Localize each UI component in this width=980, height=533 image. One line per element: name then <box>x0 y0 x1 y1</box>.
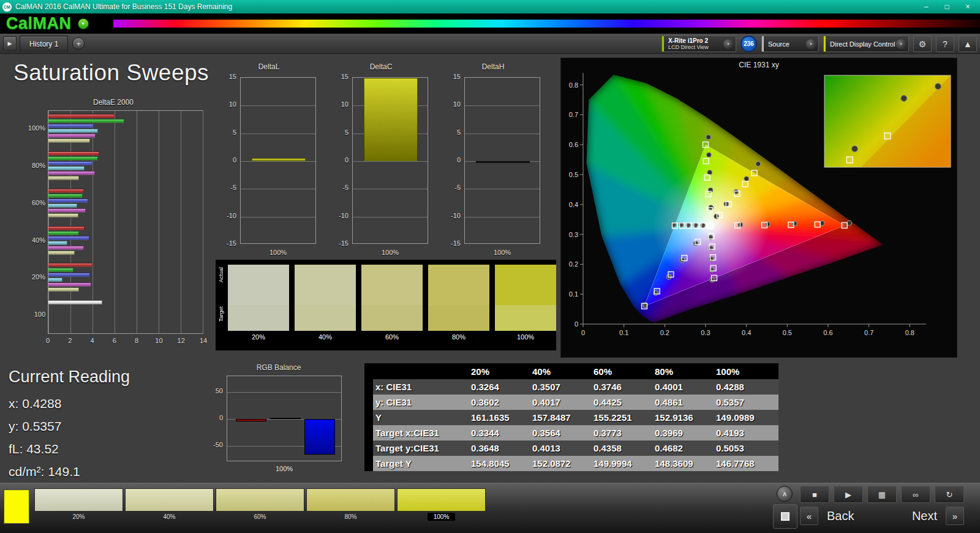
collapse-up-button[interactable]: ∧ <box>777 486 793 502</box>
y-tick-label: -15 <box>326 240 349 247</box>
deltal-plot-area <box>240 77 316 244</box>
table-row: y: CIE310.36020.40170.44250.48610.5357 <box>364 395 778 410</box>
table-cell: 149.9994 <box>591 458 652 469</box>
chevron-down-icon[interactable]: ▼ <box>723 39 733 49</box>
y-tick-label: -5 <box>214 184 236 191</box>
bottom-bar: 20%40%60%80%100% ∧ ■▶▦∞↻ « Back Next » <box>0 483 980 533</box>
add-tab-button[interactable]: + <box>72 37 85 50</box>
chevron-down-icon[interactable]: ▼ <box>806 39 816 49</box>
patch-window-button[interactable] <box>773 504 797 529</box>
bar-blue <box>48 273 90 277</box>
value-bar <box>364 78 418 161</box>
table-cell: 0.3507 <box>530 382 591 392</box>
saturation-swatch-strip: 20%40%60%80%100% <box>34 488 486 520</box>
table-cell: 149.0989 <box>714 412 775 423</box>
maximize-button[interactable]: □ <box>937 1 957 12</box>
target-row-label: Target <box>218 306 224 322</box>
swatch-label: 80% <box>306 512 395 520</box>
collapse-panel-button[interactable]: ▲ <box>959 36 977 52</box>
actual-swatch <box>428 265 489 305</box>
back-button[interactable]: Back <box>827 509 854 523</box>
loop-button[interactable]: ∞ <box>901 486 930 503</box>
bar-blue <box>48 198 88 203</box>
y-tick-label: 10 <box>214 100 236 108</box>
saturation-swatch[interactable]: 40% <box>125 488 214 520</box>
logo-dropdown-icon[interactable]: ▼ <box>78 18 89 29</box>
bar-cyan <box>48 241 67 245</box>
next-chevron-button[interactable]: » <box>946 507 964 525</box>
tab-history-1[interactable]: History 1 <box>20 36 68 52</box>
target-point <box>712 275 717 281</box>
table-cell: 0.3773 <box>591 428 652 438</box>
saturation-swatch[interactable]: 100% <box>397 488 486 520</box>
swatch-color <box>216 488 304 512</box>
swatch-item: 80% <box>428 265 489 341</box>
tab-nav-button[interactable]: ▶ <box>3 36 17 51</box>
y-category-label: 100% <box>18 124 45 132</box>
table-row: Target x:CIE310.33440.35640.37730.39690.… <box>364 425 778 440</box>
cie-zoom-inset <box>824 75 951 167</box>
target-point <box>742 181 748 187</box>
rgb-chart-title: RGB Balance <box>202 363 355 374</box>
svg-text:0.2: 0.2 <box>660 329 669 336</box>
refresh-button[interactable]: ↻ <box>935 486 964 503</box>
cie-chart-title: CIE 1931 xy <box>561 58 957 69</box>
play-button[interactable]: ▶ <box>834 486 863 503</box>
display-control-dropdown[interactable]: Direct Display Control ▼ <box>823 36 909 52</box>
page-title: Saturation Sweeps <box>13 60 209 86</box>
stop-button[interactable]: ■ <box>800 486 829 503</box>
saturation-swatch[interactable]: 80% <box>306 488 395 520</box>
swatch-color <box>306 488 395 512</box>
target-swatch <box>295 305 356 331</box>
y-tick-label: 5 <box>326 129 349 136</box>
close-button[interactable]: × <box>958 1 978 12</box>
table-header-cell: 80% <box>652 366 714 377</box>
bar-yellow <box>48 176 79 180</box>
next-button[interactable]: Next <box>912 509 937 523</box>
swatch-label-text: 20% <box>72 513 85 520</box>
table-cell: 0.5053 <box>714 443 775 453</box>
table-cell: 161.1635 <box>469 412 530 423</box>
help-button[interactable]: ? <box>936 36 954 52</box>
source-dropdown[interactable]: Source ▼ <box>761 36 819 52</box>
source-label: Source <box>768 40 804 48</box>
table-cell: 0.5357 <box>714 397 775 407</box>
tab-bar: ▶ History 1 + X-Rite i1Pro 2 LCD Direct … <box>0 34 980 54</box>
save-button[interactable]: ▦ <box>867 486 897 503</box>
swatch-label: 40% <box>125 512 214 520</box>
measured-point <box>706 135 711 140</box>
bar-green <box>48 119 124 123</box>
minimize-button[interactable]: – <box>916 1 936 12</box>
measured-point <box>744 176 749 181</box>
results-table: 20%40%60%80%100%x: CIE310.32640.35070.37… <box>364 363 778 471</box>
settings-gear-button[interactable]: ⚙ <box>913 36 932 52</box>
swatch-label-text: 60% <box>254 513 266 520</box>
gridline <box>465 105 540 106</box>
y-tick-label: -5 <box>439 184 461 191</box>
saturation-swatch[interactable]: 60% <box>216 488 304 520</box>
calman-logo[interactable]: CalMAN ▼ <box>0 13 113 34</box>
gridline <box>465 134 540 134</box>
swatch-label: 40% <box>295 333 356 341</box>
gridline <box>353 161 428 162</box>
table-header-cell: 20% <box>469 366 530 377</box>
saturation-swatch[interactable]: 20% <box>34 488 123 520</box>
x-tick-label: 14 <box>200 337 207 344</box>
bar-group <box>48 297 203 335</box>
table-header-row: 20%40%60%80%100% <box>364 363 778 379</box>
target-point <box>788 222 794 227</box>
bar-group <box>48 260 203 297</box>
target-point <box>752 170 757 176</box>
table-row-marker <box>364 440 373 456</box>
titlebar: CM CalMAN 2016 CalMAN Ultimate for Busin… <box>0 0 980 13</box>
swatch-label: 60% <box>361 333 423 341</box>
bar-magenta <box>48 282 91 287</box>
current-reading-heading: Current Reading <box>9 368 130 387</box>
back-chevron-button[interactable]: « <box>800 507 818 525</box>
meter-dropdown[interactable]: X-Rite i1Pro 2 LCD Direct View ▼ <box>662 36 736 52</box>
chevron-down-icon[interactable]: ▼ <box>896 39 906 49</box>
y-tick-label: -50 <box>202 441 223 448</box>
reading-fl: fL: 43.52 <box>9 442 130 456</box>
bar-yellow <box>48 138 90 143</box>
swatch-item: 40% <box>295 265 356 341</box>
